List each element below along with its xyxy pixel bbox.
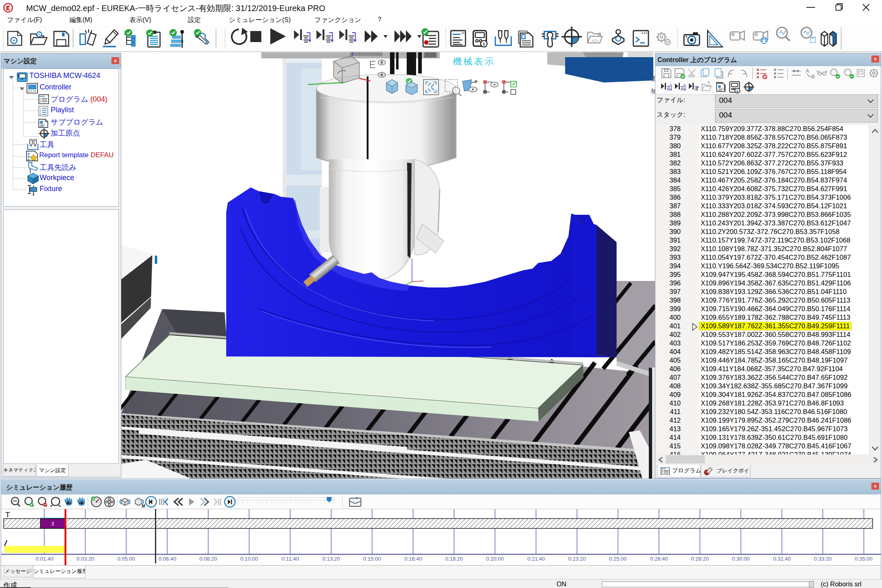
svg-text:A: A [806, 68, 809, 74]
svg-text:M: M [142, 504, 145, 508]
svg-text:B: B [811, 74, 815, 80]
svg-text:機械表示: 機械表示 [453, 56, 495, 67]
svg-text:</>: </> [592, 38, 598, 43]
svg-text:3: 3 [51, 521, 54, 527]
svg-text:i: i [483, 41, 485, 47]
